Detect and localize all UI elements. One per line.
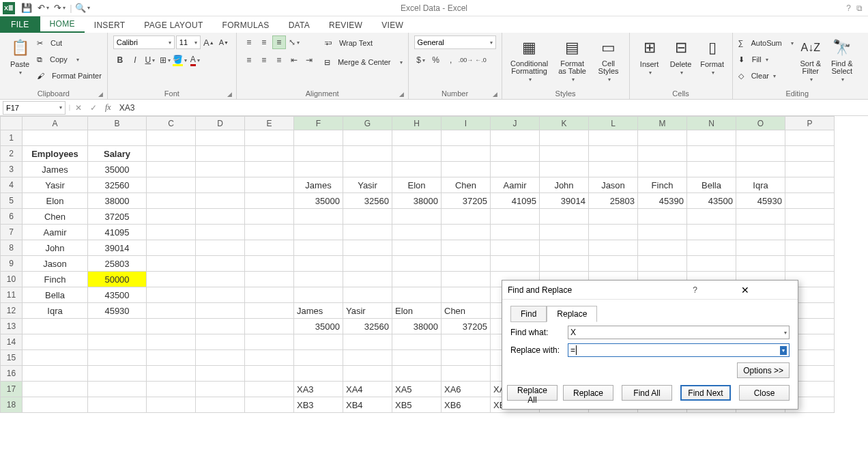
autosum-button[interactable]: ∑ AutoSum ▾ — [738, 35, 794, 51]
col-header-I[interactable]: I — [442, 117, 491, 130]
name-box[interactable]: F17▾ — [3, 101, 66, 115]
cell-H4[interactable]: Elon — [392, 177, 442, 193]
cell-F15[interactable] — [294, 350, 343, 366]
col-header-L[interactable]: L — [589, 117, 638, 130]
tab-file[interactable]: FILE — [0, 16, 40, 33]
cell-F8[interactable] — [294, 240, 343, 256]
cell-G16[interactable] — [343, 366, 392, 382]
cell-J3[interactable] — [491, 162, 540, 177]
cell-F6[interactable] — [294, 209, 343, 225]
cell-P7[interactable] — [785, 225, 835, 240]
cell-P4[interactable] — [785, 177, 835, 193]
cell-G9[interactable] — [343, 256, 392, 272]
find-what-input[interactable]: X▾ — [568, 326, 790, 339]
launcher-icon[interactable]: ◢ — [98, 91, 103, 98]
row-header-1[interactable]: 1 — [1, 130, 23, 146]
col-header-B[interactable]: B — [88, 117, 147, 130]
cell-A4[interactable]: Yasir — [23, 177, 88, 193]
cell-F10[interactable] — [294, 272, 343, 287]
row-header-2[interactable]: 2 — [1, 146, 23, 162]
fill-color-button[interactable]: 🪣▾ — [173, 53, 187, 67]
tab-page-layout[interactable]: PAGE LAYOUT — [134, 18, 212, 33]
cell-B14[interactable] — [88, 334, 147, 350]
row-header-11[interactable]: 11 — [1, 287, 23, 303]
tab-find[interactable]: Find — [510, 306, 547, 322]
row-header-18[interactable]: 18 — [1, 397, 23, 413]
cell-M6[interactable] — [638, 209, 687, 225]
cell-N8[interactable] — [687, 240, 736, 256]
format-as-table-button[interactable]: ▤Format as Table▾ — [554, 35, 591, 84]
row-header-3[interactable]: 3 — [1, 162, 23, 177]
cell-P3[interactable] — [785, 162, 835, 177]
cell-B9[interactable]: 25803 — [88, 256, 147, 272]
row-header-8[interactable]: 8 — [1, 240, 23, 256]
cell-F5[interactable]: 35000 — [294, 193, 343, 209]
cell-H11[interactable] — [392, 287, 442, 303]
row-header-5[interactable]: 5 — [1, 193, 23, 209]
cell-B11[interactable]: 43500 — [88, 287, 147, 303]
cell-F16[interactable] — [294, 366, 343, 382]
cell-O6[interactable] — [736, 209, 785, 225]
row-header-14[interactable]: 14 — [1, 334, 23, 350]
cell-G7[interactable] — [343, 225, 392, 240]
bold-button[interactable]: B — [113, 53, 127, 67]
replace-with-input[interactable]: =▾ — [568, 343, 790, 357]
cell-D2[interactable] — [196, 146, 245, 162]
cell-B18[interactable] — [88, 397, 147, 413]
border-button[interactable]: ⊞▾ — [158, 53, 172, 67]
cell-D3[interactable] — [196, 162, 245, 177]
merge-center-button[interactable]: ⊟ Merge & Center ▾ — [324, 55, 403, 70]
cell-G17[interactable]: XA4 — [343, 382, 392, 397]
cell-E17[interactable] — [245, 382, 294, 397]
cell-H13[interactable]: 38000 — [392, 319, 442, 334]
col-header-G[interactable]: G — [343, 117, 392, 130]
cell-L4[interactable]: Jason — [589, 177, 638, 193]
cell-A18[interactable] — [23, 397, 88, 413]
cell-H15[interactable] — [392, 350, 442, 366]
cell-E2[interactable] — [245, 146, 294, 162]
row-header-7[interactable]: 7 — [1, 225, 23, 240]
cell-G13[interactable]: 32560 — [343, 319, 392, 334]
options-button[interactable]: Options >> — [737, 362, 790, 378]
cell-J8[interactable] — [491, 240, 540, 256]
cell-F11[interactable] — [294, 287, 343, 303]
cell-L3[interactable] — [589, 162, 638, 177]
format-painter-button[interactable]: 🖌 Format Painter — [37, 68, 102, 83]
cell-O4[interactable]: Iqra — [736, 177, 785, 193]
cell-G4[interactable]: Yasir — [343, 177, 392, 193]
cell-C8[interactable] — [147, 240, 196, 256]
italic-button[interactable]: I — [128, 53, 142, 67]
cell-B8[interactable]: 39014 — [88, 240, 147, 256]
cell-M4[interactable]: Finch — [638, 177, 687, 193]
cell-D13[interactable] — [196, 319, 245, 334]
cell-G5[interactable]: 32560 — [343, 193, 392, 209]
cell-H9[interactable] — [392, 256, 442, 272]
preview-button[interactable]: 🔍▾ — [75, 1, 90, 16]
cell-E18[interactable] — [245, 397, 294, 413]
cell-E10[interactable] — [245, 272, 294, 287]
cell-I2[interactable] — [442, 146, 491, 162]
cell-D12[interactable] — [196, 303, 245, 319]
cell-K8[interactable] — [540, 240, 589, 256]
font-size-combo[interactable]: 11▾ — [176, 35, 201, 49]
cell-F1[interactable] — [294, 130, 343, 146]
cell-E16[interactable] — [245, 366, 294, 382]
cell-C4[interactable] — [147, 177, 196, 193]
cell-G8[interactable] — [343, 240, 392, 256]
find-next-button[interactable]: Find Next — [680, 385, 731, 401]
decrease-indent-button[interactable]: ⇤ — [287, 53, 301, 67]
cell-J7[interactable] — [491, 225, 540, 240]
cell-C15[interactable] — [147, 350, 196, 366]
cell-G6[interactable] — [343, 209, 392, 225]
cell-I18[interactable]: XB6 — [442, 397, 491, 413]
cell-B5[interactable]: 38000 — [88, 193, 147, 209]
cell-O8[interactable] — [736, 240, 785, 256]
align-left-button[interactable]: ≡ — [242, 53, 256, 67]
copy-button[interactable]: ⧉ Copy ▾ — [37, 52, 102, 67]
cell-K6[interactable] — [540, 209, 589, 225]
number-format-combo[interactable]: General▾ — [414, 35, 496, 49]
fx-icon[interactable]: fx — [101, 102, 115, 113]
align-center-button[interactable]: ≡ — [257, 53, 271, 67]
decrease-font-size-button[interactable]: A▼ — [217, 35, 231, 49]
cancel-icon[interactable]: ✕ — [71, 101, 86, 115]
